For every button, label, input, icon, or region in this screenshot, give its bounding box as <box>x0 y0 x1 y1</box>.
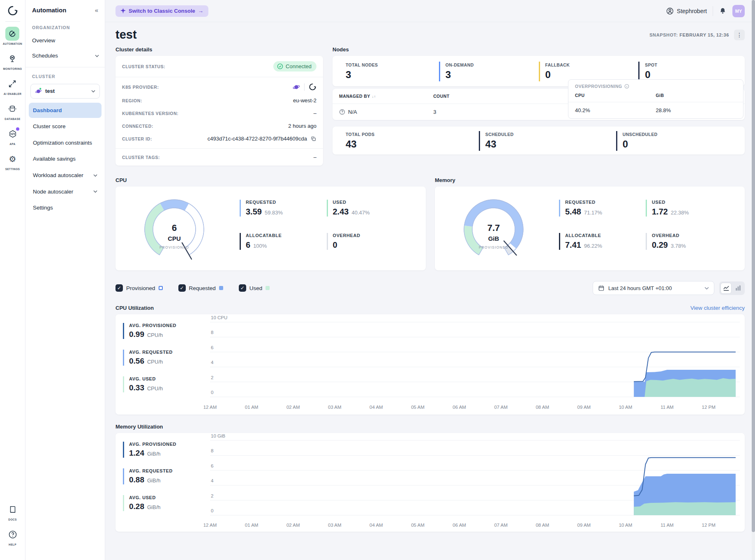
rail-item-database[interactable]: DATABASE <box>5 102 20 120</box>
user-menu[interactable]: Stephrobert <box>666 7 707 15</box>
rail-item-monitoring[interactable]: MONITORING <box>3 52 22 70</box>
rail-item-docs[interactable]: DOCS <box>6 502 20 521</box>
sidebar-item-overview[interactable]: Overview <box>25 33 105 48</box>
avg-used-stat: AVG. USED 0.33CPU/h <box>123 376 176 392</box>
overprovisioning-panel: OVERPROVISIONING CPU GiB 40.2% 28.8% <box>568 79 743 119</box>
cluster-tags-value: – <box>314 154 316 160</box>
sidebar-item-cluster-score[interactable]: Cluster score <box>29 119 102 134</box>
chart-type-toggle <box>719 281 745 295</box>
cluster-status-value: Connected <box>286 63 312 69</box>
sidebar-item-workload-autoscaler[interactable]: Workload autoscaler <box>29 168 102 183</box>
svg-text:06 AM: 06 AM <box>453 405 466 410</box>
chevron-down-icon <box>93 190 97 193</box>
planet-icon <box>293 83 300 91</box>
rail-bottom-group: DOCS HELP <box>6 502 20 553</box>
overprov-cpu-value: 40.2% <box>575 107 656 113</box>
svg-text:02 AM: 02 AM <box>286 523 300 528</box>
memory-utilization-chart: 0246810 GiB12 AM01 AM02 AM03 AM04 AM05 A… <box>115 433 745 532</box>
sidebar-divider <box>25 67 105 67</box>
svg-text:8: 8 <box>211 448 213 453</box>
managed-by-column-header[interactable]: MANAGED BY↓↑ <box>339 94 433 99</box>
checkbox-checked-icon: ✓ <box>178 284 186 292</box>
cluster-status-label: CLUSTER STATUS: <box>122 64 165 69</box>
sidebar-title: Automation <box>32 7 66 14</box>
rail-label: DATABASE <box>5 118 20 120</box>
svg-text:CPU: CPU <box>168 235 181 242</box>
provider-separator <box>304 83 305 91</box>
collapse-sidebar-icon[interactable]: « <box>95 7 98 14</box>
view-cluster-efficiency-link[interactable]: View cluster efficiency <box>690 305 745 311</box>
cluster-select[interactable]: test <box>30 84 100 99</box>
bell-icon[interactable] <box>719 7 727 15</box>
sidebar-item-optimization-constraints[interactable]: Optimization constraints <box>29 135 102 151</box>
memory-stat-requested: REQUESTED 5.4871.17% <box>559 200 646 217</box>
apa-badge-dot <box>16 127 19 131</box>
rail-item-automation[interactable]: AUTOMATION <box>3 27 22 45</box>
svg-text:02 AM: 02 AM <box>286 405 300 410</box>
svg-text:6: 6 <box>172 223 177 233</box>
svg-text:09 AM: 09 AM <box>577 523 591 528</box>
overprov-cpu-header: CPU <box>575 93 656 98</box>
info-icon[interactable] <box>624 84 629 89</box>
rail-item-ai-enabler[interactable]: AI ENABLER <box>4 77 22 95</box>
switch-to-classic-console-button[interactable]: Switch to Classic Console → <box>115 5 208 17</box>
sidebar-item-label: Node autoscaler <box>33 188 73 196</box>
stat-scheduled: SCHEDULED 43 <box>479 131 616 151</box>
cluster-details-section: Cluster details CLUSTER STATUS: Connecte… <box>115 46 323 166</box>
calendar-icon <box>598 285 605 291</box>
avatar[interactable]: MY <box>732 5 745 17</box>
memory-utilization-card: AVG. PROVISIONED 1.24GiB/h AVG. REQUESTE… <box>115 433 745 532</box>
sort-icon: ↓↑ <box>372 94 376 99</box>
scrollbar-track <box>752 0 755 560</box>
checkbox-used[interactable]: ✓ Used <box>239 284 270 292</box>
memory-stat-allocatable: ALLOCATABLE 7.4196.22% <box>559 233 646 250</box>
memory-card: 7.7GiBPROVISIONED REQUESTED 5.4871.17% U… <box>435 187 745 270</box>
svg-text:2: 2 <box>211 493 213 498</box>
cluster-details-title: Cluster details <box>115 46 323 53</box>
rail-item-apa[interactable]: APA <box>6 127 20 145</box>
kebab-menu-button[interactable]: ⋮ <box>734 30 745 40</box>
sidebar-item-label: Optimization constraints <box>33 140 92 146</box>
svg-text:6: 6 <box>211 345 213 350</box>
cast-ai-mark-icon <box>309 83 316 91</box>
page-title: test <box>115 28 137 41</box>
sidebar-item-dashboard[interactable]: Dashboard <box>29 103 102 118</box>
cast-ai-logo-icon[interactable] <box>7 5 18 16</box>
rail-label: AUTOMATION <box>3 42 22 45</box>
requested-swatch <box>219 286 223 290</box>
cpu-gauge: 6CPUPROVISIONED <box>135 193 213 264</box>
svg-text:10 AM: 10 AM <box>619 523 633 528</box>
cluster-id-value: c493d71c-c438-4722-8270-9f7b44609cda <box>208 136 307 142</box>
time-range-select[interactable]: Last 24 hours GMT +01:00 <box>593 281 714 295</box>
status-badge: Connected <box>273 61 316 71</box>
sidebar-item-settings[interactable]: Settings <box>29 200 102 216</box>
automation-icon <box>5 27 19 41</box>
checkbox-provisioned[interactable]: ✓ Provisioned <box>115 284 163 292</box>
chart-controls: ✓ Provisioned ✓ Requested ✓ Used Last 24… <box>105 281 755 295</box>
question-circle-icon <box>339 109 345 115</box>
chevron-down-icon <box>91 90 95 92</box>
rail-item-settings[interactable]: ⚙ SETTINGS <box>5 152 20 171</box>
copy-icon[interactable] <box>310 136 316 142</box>
svg-text:03 AM: 03 AM <box>328 405 342 410</box>
nodes-section: Nodes TOTAL NODES 3 ON-DEMAND 3 FALLBACK… <box>332 46 745 166</box>
k8s-provider-label: K8S PROVIDER: <box>122 85 159 90</box>
sidebar-item-available-savings[interactable]: Available savings <box>29 151 102 167</box>
line-chart-toggle-button[interactable] <box>720 283 732 294</box>
cpu-title: CPU <box>115 177 426 183</box>
sidebar-item-node-autoscaler[interactable]: Node autoscaler <box>29 184 102 200</box>
overprov-gib-value: 28.8% <box>656 107 737 113</box>
time-range-value: Last 24 hours GMT +01:00 <box>608 285 701 291</box>
checkbox-checked-icon: ✓ <box>239 284 246 292</box>
checkbox-requested[interactable]: ✓ Requested <box>178 284 223 292</box>
svg-text:09 AM: 09 AM <box>577 405 591 410</box>
bar-chart-toggle-button[interactable] <box>732 283 743 294</box>
sidebar-item-schedules[interactable]: Schedules <box>25 48 105 64</box>
svg-text:10 GiB: 10 GiB <box>211 433 225 438</box>
stat-total-pods: TOTAL PODS 43 <box>339 131 479 151</box>
icon-rail: AUTOMATION MONITORING AI ENABLER DATABAS… <box>0 0 25 560</box>
rail-item-help[interactable]: HELP <box>6 528 20 546</box>
region-value: eu-west-2 <box>293 97 316 104</box>
svg-text:11 AM: 11 AM <box>660 523 674 528</box>
scrollbar-thumb[interactable] <box>752 0 755 532</box>
